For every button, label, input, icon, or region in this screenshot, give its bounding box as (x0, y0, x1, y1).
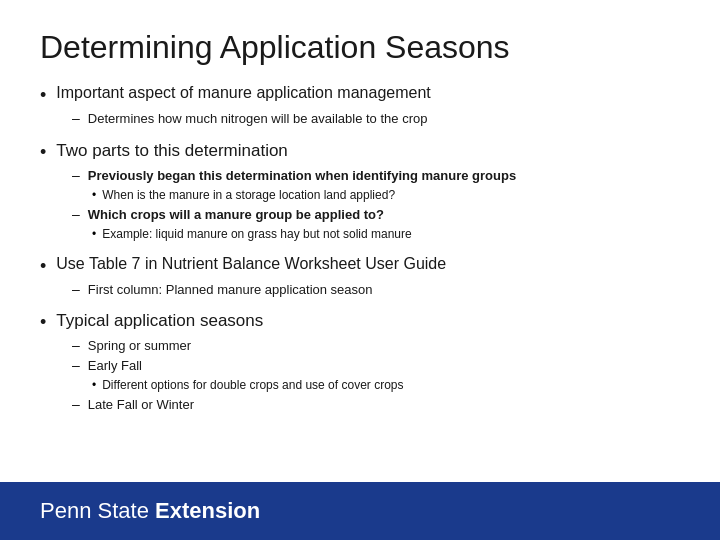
dash-icon-4-0: – (72, 337, 80, 353)
bullet-dot-1: • (40, 85, 46, 106)
sub-items-4: – Spring or summer – Early Fall • Differ… (72, 337, 680, 414)
dash-text-4-2: Late Fall or Winter (88, 396, 194, 414)
dash-text-1-0: Determines how much nitrogen will be ava… (88, 110, 428, 128)
footer-regular: Penn State (40, 498, 155, 523)
dash-item-3-0: – First column: Planned manure applicati… (72, 281, 680, 299)
dash-item-4-1: – Early Fall (72, 357, 680, 375)
sub-dot-2-0-0: • (92, 188, 96, 202)
bullet-text-3: Use Table 7 in Nutrient Balance Workshee… (56, 255, 446, 273)
footer-bold: Extension (155, 498, 260, 523)
dash-item-4-2: – Late Fall or Winter (72, 396, 680, 414)
bullet-section-2: • Two parts to this determination – Prev… (40, 141, 680, 245)
slide: Determining Application Seasons • Import… (0, 0, 720, 540)
sub-items-3: – First column: Planned manure applicati… (72, 281, 680, 299)
dash-item-2-1: – Which crops will a manure group be app… (72, 206, 680, 224)
sub-sub-item-4-1-0: • Different options for double crops and… (92, 377, 680, 394)
sub-dot-2-1-0: • (92, 227, 96, 241)
sub-items-2: – Previously began this determination wh… (72, 167, 680, 243)
bullet-main-3: • Use Table 7 in Nutrient Balance Worksh… (40, 255, 680, 277)
bullet-text-2: Two parts to this determination (56, 141, 288, 161)
dash-icon-2-1: – (72, 206, 80, 222)
footer-logo-text: Penn State Extension (40, 498, 260, 524)
dash-text-4-1: Early Fall (88, 357, 142, 375)
bullet-main-4: • Typical application seasons (40, 311, 680, 333)
sub-sub-items-2-1: • Example: liquid manure on grass hay bu… (92, 226, 680, 243)
sub-sub-item-2-1-0: • Example: liquid manure on grass hay bu… (92, 226, 680, 243)
dash-icon-3-0: – (72, 281, 80, 297)
sub-sub-item-2-0-0: • When is the manure in a storage locati… (92, 187, 680, 204)
dash-text-2-0: Previously began this determination when… (88, 167, 516, 185)
dash-item-2-0: – Previously began this determination wh… (72, 167, 680, 185)
content-area: Determining Application Seasons • Import… (0, 0, 720, 482)
dash-text-4-0: Spring or summer (88, 337, 191, 355)
footer-bar: Penn State Extension (0, 482, 720, 540)
dash-text-2-1: Which crops will a manure group be appli… (88, 206, 384, 224)
sub-sub-items-4-1: • Different options for double crops and… (92, 377, 680, 394)
dash-item-1-0: – Determines how much nitrogen will be a… (72, 110, 680, 128)
sub-sub-text-4-1-0: Different options for double crops and u… (102, 377, 403, 394)
dash-icon-2-0: – (72, 167, 80, 183)
bullet-main-2: • Two parts to this determination (40, 141, 680, 163)
sub-sub-text-2-0-0: When is the manure in a storage location… (102, 187, 395, 204)
bullet-section-3: • Use Table 7 in Nutrient Balance Worksh… (40, 255, 680, 301)
bullet-dot-4: • (40, 312, 46, 333)
bullet-section-1: • Important aspect of manure application… (40, 84, 680, 130)
dash-icon-4-1: – (72, 357, 80, 373)
sub-sub-items-2-0: • When is the manure in a storage locati… (92, 187, 680, 204)
dash-text-3-0: First column: Planned manure application… (88, 281, 373, 299)
bullet-text-1: Important aspect of manure application m… (56, 84, 430, 102)
bullet-dot-2: • (40, 142, 46, 163)
bullet-text-4: Typical application seasons (56, 311, 263, 331)
bullet-main-1: • Important aspect of manure application… (40, 84, 680, 106)
slide-title: Determining Application Seasons (40, 28, 680, 66)
dash-icon-1-0: – (72, 110, 80, 126)
sub-dot-4-1-0: • (92, 378, 96, 392)
dash-item-4-0: – Spring or summer (72, 337, 680, 355)
sub-sub-text-2-1-0: Example: liquid manure on grass hay but … (102, 226, 412, 243)
dash-icon-4-2: – (72, 396, 80, 412)
sub-items-1: – Determines how much nitrogen will be a… (72, 110, 680, 128)
bullet-section-4: • Typical application seasons – Spring o… (40, 311, 680, 416)
bullet-dot-3: • (40, 256, 46, 277)
